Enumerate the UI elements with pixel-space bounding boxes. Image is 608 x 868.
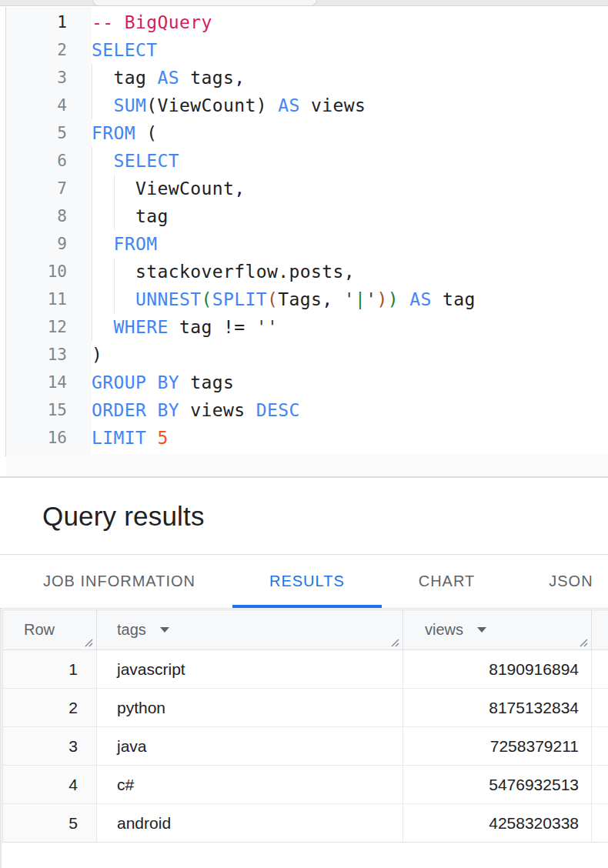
tab-json[interactable]: JSON	[512, 555, 608, 608]
spacer-cell	[592, 689, 608, 726]
code-token: Tags,	[278, 289, 343, 309]
table-row: 3java7258379211	[3, 727, 608, 766]
code-token	[399, 289, 409, 309]
code-token	[92, 95, 114, 115]
code-line[interactable]: FROM (	[92, 119, 608, 147]
indent-guide	[92, 202, 92, 230]
column-resize-handle-icon[interactable]	[389, 637, 399, 647]
code-line[interactable]: SELECT	[92, 36, 608, 64]
code-line[interactable]: tag	[92, 202, 608, 230]
tab-chart[interactable]: CHART	[382, 555, 513, 608]
code-line[interactable]: -- BigQuery	[92, 8, 608, 36]
tags-cell: android	[97, 804, 403, 842]
indent-guide	[114, 202, 115, 230]
column-label: tags	[117, 621, 146, 639]
indent-guide	[92, 258, 92, 285]
code-line[interactable]: WHERE tag != ''	[92, 313, 608, 341]
code-token: SUM	[114, 95, 147, 115]
line-number: 9	[6, 230, 92, 258]
code-token: '	[344, 289, 355, 309]
line-number: 13	[6, 341, 92, 369]
line-number: 5	[6, 119, 92, 147]
code-token: views	[300, 95, 366, 115]
code-token	[92, 151, 114, 171]
code-token: FROM	[92, 123, 135, 143]
column-menu-caret-icon[interactable]	[160, 627, 169, 633]
views-cell: 8190916894	[403, 650, 592, 688]
code-line[interactable]: UNNEST(SPLIT(Tags, '|')) AS tag	[92, 285, 608, 313]
row-number-cell: 3	[3, 727, 97, 765]
code-token	[92, 234, 114, 254]
code-token: stackoverflow.posts,	[92, 262, 355, 282]
code-token: ''	[256, 317, 279, 337]
code-line[interactable]: SUM(ViewCount) AS views	[92, 92, 608, 119]
column-label: Row	[24, 621, 55, 639]
code-token: |	[355, 289, 366, 309]
views-cell: 5476932513	[403, 766, 592, 803]
code-line[interactable]: ORDER BY views DESC	[92, 396, 608, 424]
code-token: (	[267, 289, 278, 309]
code-area[interactable]: -- BigQuerySELECT tag AS tags, SUM(ViewC…	[92, 8, 608, 452]
code-line[interactable]: GROUP BY tags	[92, 369, 608, 396]
table-row: 4c#5476932513	[3, 766, 608, 804]
code-token: SPLIT	[212, 289, 267, 309]
bigquery-console: { "colors": { "accent": "#1a73e8", "keyw…	[0, 0, 608, 868]
page-title: Query results	[42, 501, 205, 532]
column-resize-handle-icon[interactable]	[83, 637, 93, 647]
code-token: -- BigQuery	[92, 12, 212, 32]
code-token: AS	[157, 68, 179, 88]
code-token: views	[179, 400, 256, 420]
tab-job-information[interactable]: JOB INFORMATION	[6, 555, 232, 608]
column-header-tags[interactable]: tags	[97, 610, 403, 649]
code-line[interactable]: tag AS tags,	[92, 64, 608, 92]
column-menu-caret-icon[interactable]	[477, 627, 486, 633]
line-number: 7	[6, 175, 92, 202]
tab-results[interactable]: RESULTS	[232, 555, 382, 608]
spacer-cell	[592, 650, 608, 688]
code-line[interactable]: LIMIT 5	[92, 424, 608, 452]
row-number-cell: 1	[3, 650, 97, 688]
spacer-cell	[592, 766, 608, 803]
line-number: 2	[6, 36, 92, 64]
line-number-gutter: 12345678910111213141516	[5, 7, 92, 456]
active-tab-underline	[232, 605, 382, 608]
views-cell: 4258320338	[403, 804, 592, 842]
code-token: 5	[158, 428, 169, 448]
table-header-row: Rowtagsviews	[3, 610, 608, 650]
code-line[interactable]: )	[92, 341, 608, 369]
views-cell: 8175132834	[403, 689, 592, 726]
line-number: 4	[6, 92, 92, 119]
editor-bottom-padding	[6, 454, 608, 476]
column-header-spacer	[592, 610, 608, 649]
code-token: FROM	[114, 234, 158, 254]
code-token: ViewCount,	[92, 179, 245, 199]
top-toolbar-strip	[0, 0, 608, 6]
column-header-views[interactable]: views	[403, 610, 592, 649]
code-token: LIMIT	[92, 428, 146, 448]
query-results-header: Query results	[0, 478, 608, 555]
line-number: 11	[6, 285, 92, 313]
code-token: )	[92, 345, 102, 365]
line-number: 12	[6, 313, 92, 341]
row-number-cell: 5	[3, 804, 97, 842]
code-token: )	[376, 289, 387, 309]
code-line[interactable]: FROM	[92, 230, 608, 258]
row-number-cell: 2	[3, 689, 97, 726]
table-row: 1javascript8190916894	[3, 650, 608, 689]
tags-cell: python	[97, 689, 403, 726]
column-label: views	[425, 621, 463, 639]
editor-tab-edge	[92, 0, 317, 6]
code-token	[146, 428, 157, 448]
column-resize-handle-icon[interactable]	[578, 637, 588, 647]
code-line[interactable]: stackoverflow.posts,	[92, 258, 608, 285]
table-row: 5android4258320338	[3, 804, 608, 843]
line-number: 10	[6, 258, 92, 285]
code-line[interactable]: ViewCount,	[92, 175, 608, 202]
code-line[interactable]: SELECT	[92, 147, 608, 175]
indent-guide	[92, 313, 92, 341]
code-token: tags,	[179, 68, 245, 88]
line-number: 16	[6, 424, 92, 452]
column-header-Row: Row	[3, 610, 97, 649]
code-token: tags	[179, 372, 234, 392]
sql-editor[interactable]: 12345678910111213141516 -- BigQuerySELEC…	[0, 7, 608, 476]
